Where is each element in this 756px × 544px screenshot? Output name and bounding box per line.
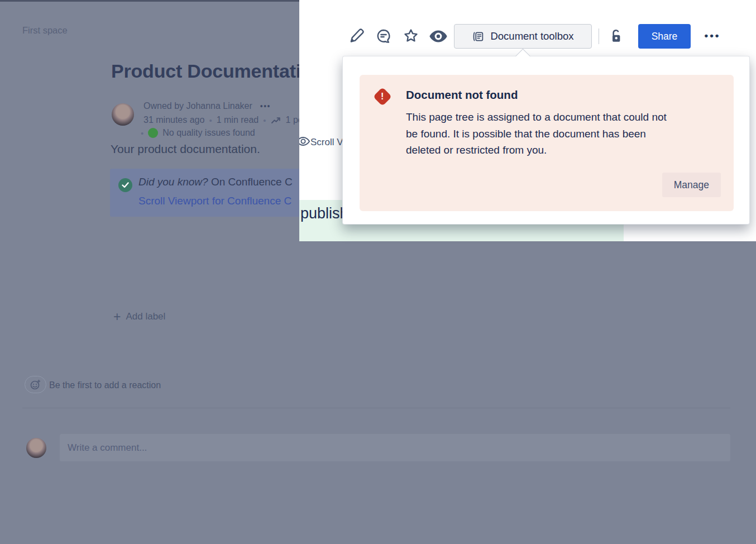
section-divider bbox=[22, 408, 730, 408]
page-intro-text: Your product documentation. bbox=[111, 142, 260, 156]
add-label-button[interactable]: + Add label bbox=[113, 311, 165, 323]
quality-status-icon bbox=[148, 128, 158, 138]
alert-body: This page tree is assigned to a document… bbox=[406, 109, 667, 159]
info-panel-rest: On Confluence C bbox=[208, 176, 293, 188]
toolbar-divider bbox=[599, 28, 599, 44]
edit-pencil-icon[interactable] bbox=[348, 27, 365, 44]
add-label-text: Add label bbox=[126, 311, 165, 322]
error-alert-icon: ! bbox=[373, 87, 392, 106]
unlock-icon[interactable] bbox=[608, 28, 624, 45]
owned-by-text[interactable]: Owned by Johanna Linaker bbox=[143, 101, 252, 111]
owner-avatar[interactable] bbox=[112, 103, 134, 126]
did-you-know-text: Did you know? bbox=[138, 176, 208, 188]
scroll-viewport-link[interactable]: Scroll Viewport for Confluence C bbox=[138, 195, 291, 207]
manage-button-label: Manage bbox=[674, 179, 709, 191]
last-edited-time: 31 minutes ago bbox=[143, 115, 204, 125]
reaction-prompt-text: Be the first to add a reaction bbox=[49, 380, 161, 390]
share-button-label: Share bbox=[652, 31, 678, 42]
alert-title: Document not found bbox=[406, 88, 518, 102]
byline-quality-row: • No quality issues found bbox=[141, 128, 255, 138]
add-reaction-button[interactable] bbox=[25, 376, 46, 393]
confluence-page: First space Product Documentation Owned … bbox=[0, 0, 756, 544]
more-actions-icon[interactable]: ••• bbox=[697, 30, 728, 42]
alert-body-line: This page tree is assigned to a document… bbox=[406, 109, 667, 126]
document-toolbox-label: Document toolbox bbox=[490, 30, 573, 42]
document-toolbox-button[interactable]: Document toolbox bbox=[454, 24, 592, 49]
share-button[interactable]: Share bbox=[638, 24, 691, 49]
emoji-smile-icon bbox=[30, 379, 41, 390]
alert-body-line: deleted or restricted from you. bbox=[406, 142, 667, 159]
owner-more-menu-icon[interactable]: ••• bbox=[260, 102, 271, 111]
comment-placeholder-text: Write a comment... bbox=[68, 442, 147, 454]
analytics-views-icon bbox=[271, 116, 281, 125]
current-user-avatar bbox=[26, 438, 46, 458]
page-title: Product Documentation bbox=[111, 60, 299, 82]
publish-text-fragment: publish bbox=[300, 205, 348, 222]
breadcrumb-space-name[interactable]: First space bbox=[22, 25, 68, 36]
scroll-viewport-eye-icon bbox=[299, 135, 310, 147]
document-toolbox-dropdown: ! Document not found This page tree is a… bbox=[342, 56, 750, 225]
comment-input[interactable]: Write a comment... bbox=[60, 434, 730, 461]
document-toolbox-icon bbox=[472, 30, 485, 43]
byline-meta-row: 31 minutes ago • 1 min read • 1 pe bbox=[143, 115, 299, 125]
plus-icon: + bbox=[113, 311, 121, 323]
alert-body-line: be found. It is possible that the docume… bbox=[406, 126, 667, 142]
views-count-fragment[interactable]: 1 pe bbox=[286, 115, 299, 125]
top-bar-edge bbox=[0, 0, 299, 2]
info-panel-text: Did you know? On Confluence C bbox=[138, 176, 293, 188]
dot-separator: • bbox=[263, 116, 266, 125]
info-panel: Did you know? On Confluence C Scroll Vie… bbox=[110, 169, 299, 217]
byline-owner-row: Owned by Johanna Linaker ••• bbox=[143, 101, 271, 111]
check-circle-icon bbox=[118, 178, 132, 192]
dot-separator: • bbox=[209, 116, 212, 125]
error-alert-box: ! Document not found This page tree is a… bbox=[360, 75, 734, 211]
dot-separator: • bbox=[141, 128, 143, 138]
manage-button[interactable]: Manage bbox=[662, 173, 721, 197]
comment-bubble-icon[interactable] bbox=[375, 28, 392, 45]
quality-status-text[interactable]: No quality issues found bbox=[162, 128, 255, 138]
read-time: 1 min read bbox=[217, 115, 259, 125]
scroll-viewport-text-fragment: Scroll V bbox=[310, 137, 343, 148]
star-favorite-icon[interactable] bbox=[403, 27, 419, 44]
dimmed-page-region: First space Product Documentation Owned … bbox=[0, 0, 299, 241]
watch-eye-icon[interactable] bbox=[429, 29, 448, 44]
